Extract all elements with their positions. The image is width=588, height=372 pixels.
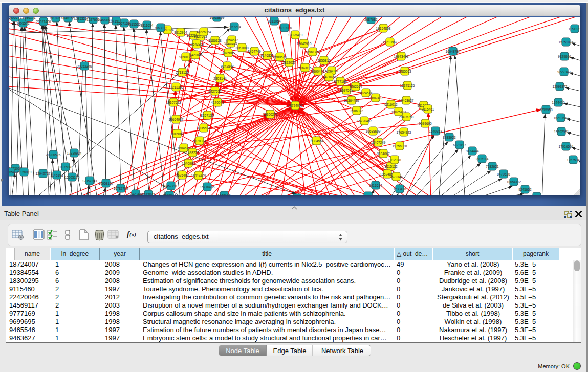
svg-text:8186328: 8186328 xyxy=(208,39,222,42)
svg-text:8813054: 8813054 xyxy=(268,19,281,23)
svg-text:10807487: 10807487 xyxy=(368,96,383,100)
svg-text:9086171: 9086171 xyxy=(23,17,36,19)
svg-text:16914409: 16914409 xyxy=(191,174,206,178)
svg-text:8938923: 8938923 xyxy=(443,136,456,139)
svg-text:9046155: 9046155 xyxy=(61,17,75,20)
svg-text:16782759: 16782759 xyxy=(114,187,128,190)
svg-text:8454749: 8454749 xyxy=(248,50,261,53)
svg-text:16033809: 16033809 xyxy=(210,17,225,19)
svg-text:15692951: 15692951 xyxy=(554,130,569,134)
svg-text:1824514: 1824514 xyxy=(359,91,373,95)
svg-text:1527602: 1527602 xyxy=(86,18,100,21)
svg-text:3875685: 3875685 xyxy=(222,51,235,55)
svg-text:2986372: 2986372 xyxy=(350,109,363,113)
svg-text:10975887: 10975887 xyxy=(58,165,73,169)
svg-text:2803144: 2803144 xyxy=(213,77,227,80)
svg-text:3822037: 3822037 xyxy=(282,61,296,64)
svg-text:6879197: 6879197 xyxy=(453,143,466,147)
svg-text:10688609: 10688609 xyxy=(366,129,381,133)
svg-text:2935114: 2935114 xyxy=(476,157,489,161)
svg-text:8470626: 8470626 xyxy=(497,172,510,176)
svg-text:19756928: 19756928 xyxy=(393,144,407,148)
svg-text:16961758: 16961758 xyxy=(306,50,320,54)
svg-text:7515536: 7515536 xyxy=(127,23,141,26)
svg-text:7955812: 7955812 xyxy=(317,59,331,62)
svg-text:9890123: 9890123 xyxy=(179,55,192,59)
svg-text:19654987: 19654987 xyxy=(169,118,184,121)
svg-text:7625402: 7625402 xyxy=(176,173,189,177)
svg-text:1498222: 1498222 xyxy=(186,151,199,155)
svg-text:20691406: 20691406 xyxy=(36,20,51,24)
svg-text:9314251: 9314251 xyxy=(361,194,375,196)
svg-text:16648784: 16648784 xyxy=(446,50,461,53)
svg-text:17016504: 17016504 xyxy=(559,145,574,148)
svg-text:2687682: 2687682 xyxy=(364,18,378,21)
svg-text:9329966: 9329966 xyxy=(558,55,571,58)
svg-text:10107523: 10107523 xyxy=(166,101,181,104)
svg-text:28495798: 28495798 xyxy=(399,115,414,119)
svg-text:1012078: 1012078 xyxy=(388,158,401,162)
svg-text:1916682: 1916682 xyxy=(170,132,184,136)
svg-text:17339924: 17339924 xyxy=(67,151,82,155)
svg-text:9146821: 9146821 xyxy=(260,54,274,57)
svg-text:16154808: 16154808 xyxy=(376,27,391,30)
svg-text:1733426: 1733426 xyxy=(393,187,406,191)
svg-text:17957253: 17957253 xyxy=(82,179,97,183)
svg-text:1640953: 1640953 xyxy=(429,129,442,133)
svg-text:8811654: 8811654 xyxy=(141,24,154,27)
svg-text:1215958: 1215958 xyxy=(539,108,553,112)
svg-text:3916542: 3916542 xyxy=(9,170,17,174)
svg-text:7518261: 7518261 xyxy=(49,17,62,20)
svg-text:1292344: 1292344 xyxy=(163,194,176,196)
svg-text:10654112: 10654112 xyxy=(507,180,521,184)
svg-text:9457791: 9457791 xyxy=(164,184,178,188)
svg-text:1421028: 1421028 xyxy=(322,75,336,79)
svg-text:1151221: 1151221 xyxy=(569,27,580,31)
svg-text:9115461: 9115461 xyxy=(422,107,434,111)
svg-text:13325419: 13325419 xyxy=(288,33,303,37)
svg-text:12093872: 12093872 xyxy=(553,85,568,89)
svg-text:2718126: 2718126 xyxy=(176,71,189,74)
svg-text:19218906: 19218906 xyxy=(277,26,292,30)
svg-text:12505175: 12505175 xyxy=(65,176,80,179)
svg-text:12156819: 12156819 xyxy=(17,170,32,174)
svg-text:18724007: 18724007 xyxy=(288,104,303,107)
svg-text:1588520: 1588520 xyxy=(273,55,287,59)
svg-text:9245652: 9245652 xyxy=(518,188,532,191)
svg-text:1145193: 1145193 xyxy=(51,173,63,177)
svg-text:8912954: 8912954 xyxy=(174,31,187,34)
svg-text:1615132: 1615132 xyxy=(384,165,398,168)
svg-text:15300273: 15300273 xyxy=(263,113,278,116)
svg-text:7462664: 7462664 xyxy=(349,85,362,89)
svg-text:15226054: 15226054 xyxy=(197,30,211,34)
svg-text:6697508: 6697508 xyxy=(340,89,353,92)
svg-text:20206576: 20206576 xyxy=(46,153,61,157)
svg-text:15720407: 15720407 xyxy=(357,119,372,123)
svg-text:1267534: 1267534 xyxy=(567,158,580,162)
svg-text:7754612: 7754612 xyxy=(225,38,238,42)
svg-text:6794078: 6794078 xyxy=(325,69,338,73)
svg-text:12423448: 12423448 xyxy=(128,192,143,196)
svg-text:1362615: 1362615 xyxy=(298,66,312,70)
svg-text:18407249: 18407249 xyxy=(371,141,386,144)
svg-text:1242163: 1242163 xyxy=(217,194,231,196)
svg-text:9427532: 9427532 xyxy=(208,90,222,93)
svg-text:15751074: 15751074 xyxy=(559,40,574,44)
svg-text:12213363: 12213363 xyxy=(169,85,184,89)
svg-text:21364436: 21364436 xyxy=(344,99,359,102)
svg-text:10973493: 10973493 xyxy=(394,55,409,58)
svg-text:9242848: 9242848 xyxy=(221,64,234,68)
svg-text:12375125: 12375125 xyxy=(400,84,415,87)
svg-text:16210643: 16210643 xyxy=(554,116,569,120)
svg-text:1335594: 1335594 xyxy=(197,126,210,130)
svg-text:0699695: 0699695 xyxy=(419,122,432,125)
svg-text:7857214: 7857214 xyxy=(228,25,241,29)
svg-text:20053346: 20053346 xyxy=(77,64,92,68)
svg-text:9777169: 9777169 xyxy=(334,80,347,83)
svg-text:12213967: 12213967 xyxy=(383,40,398,44)
svg-text:7663822: 7663822 xyxy=(154,26,167,30)
svg-text:10958127: 10958127 xyxy=(99,182,114,185)
svg-text:9223413: 9223413 xyxy=(530,195,543,196)
svg-text:1405571: 1405571 xyxy=(9,17,21,19)
svg-text:6216012: 6216012 xyxy=(384,103,398,106)
